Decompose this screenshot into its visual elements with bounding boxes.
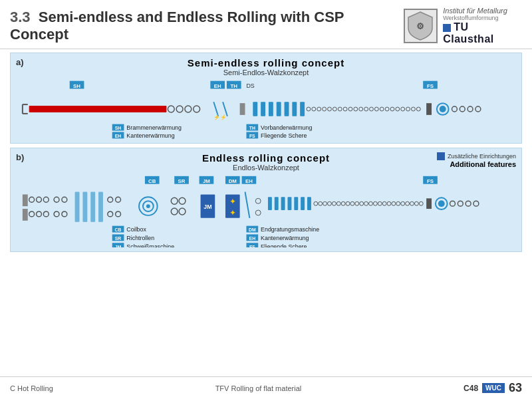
svg-line-114 bbox=[245, 192, 250, 217]
panel-a-diagram: SH EH TH DS FS bbox=[17, 79, 515, 139]
svg-point-32 bbox=[323, 107, 327, 111]
c48-label: C48 bbox=[464, 384, 478, 393]
svg-text:TH: TH bbox=[249, 126, 255, 130]
svg-point-39 bbox=[359, 107, 363, 111]
svg-point-29 bbox=[307, 107, 311, 111]
svg-point-44 bbox=[385, 107, 389, 111]
logo-area: ⚙ Institut für Metallurg Werkstoffumform… bbox=[404, 7, 522, 45]
svg-text:DM: DM bbox=[229, 178, 237, 184]
footer-left: C Hot Rolling bbox=[10, 384, 53, 392]
svg-rect-121 bbox=[294, 197, 298, 210]
svg-point-90 bbox=[54, 197, 59, 202]
svg-point-36 bbox=[343, 107, 347, 111]
svg-point-142 bbox=[396, 201, 400, 205]
svg-text:JM: JM bbox=[203, 178, 210, 184]
svg-text:⚙: ⚙ bbox=[416, 21, 424, 31]
svg-rect-13 bbox=[29, 106, 167, 112]
footer: C Hot Rolling TFV Rolling of flat materi… bbox=[0, 376, 532, 399]
panel-a-title-de: Semi-Endlos-Walzkonzept bbox=[17, 68, 515, 76]
svg-point-30 bbox=[312, 107, 316, 111]
svg-point-41 bbox=[370, 107, 374, 111]
svg-point-101 bbox=[116, 211, 121, 217]
svg-rect-26 bbox=[285, 102, 289, 116]
svg-rect-22 bbox=[253, 102, 257, 116]
svg-point-151 bbox=[450, 201, 456, 206]
svg-point-132 bbox=[350, 201, 354, 205]
svg-point-37 bbox=[348, 107, 352, 111]
svg-point-99 bbox=[116, 197, 121, 202]
svg-point-100 bbox=[108, 211, 113, 217]
svg-text:EH: EH bbox=[214, 83, 221, 89]
page-number: 63 bbox=[509, 381, 522, 395]
svg-point-57 bbox=[475, 106, 481, 112]
svg-point-92 bbox=[54, 211, 59, 217]
svg-point-133 bbox=[355, 201, 359, 205]
svg-text:FS: FS bbox=[427, 178, 434, 184]
svg-point-115 bbox=[255, 198, 261, 203]
svg-point-140 bbox=[387, 201, 391, 205]
svg-point-128 bbox=[332, 201, 336, 205]
logo-box: ⚙ Institut für Metallurg Werkstoffumform… bbox=[404, 7, 522, 45]
institute-name: Institut für Metallurg bbox=[443, 7, 522, 15]
footer-right: C48 WUC 63 bbox=[464, 381, 522, 395]
svg-point-136 bbox=[369, 201, 373, 205]
svg-rect-117 bbox=[268, 197, 272, 210]
svg-point-33 bbox=[328, 107, 332, 111]
svg-point-116 bbox=[255, 210, 261, 215]
svg-point-50 bbox=[416, 107, 420, 111]
svg-rect-122 bbox=[301, 197, 305, 210]
svg-rect-96 bbox=[90, 192, 95, 221]
svg-point-46 bbox=[396, 107, 400, 111]
svg-point-88 bbox=[37, 211, 42, 217]
svg-point-134 bbox=[360, 201, 364, 205]
svg-rect-51 bbox=[426, 103, 432, 115]
additional-box-icon bbox=[437, 152, 445, 160]
svg-point-49 bbox=[411, 107, 415, 111]
svg-point-144 bbox=[406, 201, 410, 205]
svg-text:✦: ✦ bbox=[229, 197, 236, 206]
svg-point-150 bbox=[438, 200, 445, 207]
svg-rect-119 bbox=[281, 197, 285, 210]
svg-point-137 bbox=[373, 201, 377, 205]
page-title: 3.3 Semi-endless and Endless Rolling wit… bbox=[10, 9, 404, 44]
svg-text:JM: JM bbox=[203, 203, 211, 210]
svg-point-38 bbox=[354, 107, 358, 111]
svg-point-54 bbox=[452, 106, 458, 112]
shield-icon: ⚙ bbox=[404, 9, 438, 43]
panel-b-label: b) bbox=[16, 152, 24, 162]
svg-point-87 bbox=[29, 211, 35, 217]
svg-text:SH: SH bbox=[115, 126, 122, 130]
svg-text:Kantenerwärmung: Kantenerwärmung bbox=[261, 235, 309, 241]
svg-rect-118 bbox=[275, 197, 279, 210]
svg-rect-95 bbox=[82, 192, 87, 221]
panel-b: b) Zusätzliche Einrichtungen Additional … bbox=[10, 148, 522, 252]
svg-text:CB: CB bbox=[115, 227, 122, 232]
svg-point-104 bbox=[146, 204, 150, 208]
svg-text:Fliegende Schere: Fliegende Schere bbox=[261, 243, 307, 247]
svg-point-31 bbox=[317, 107, 321, 111]
svg-text:FS: FS bbox=[249, 245, 255, 247]
svg-point-126 bbox=[323, 201, 327, 205]
svg-point-84 bbox=[29, 197, 35, 202]
svg-text:Richtrollen: Richtrollen bbox=[126, 235, 154, 241]
svg-rect-27 bbox=[292, 102, 297, 116]
svg-text:FS: FS bbox=[427, 83, 434, 89]
svg-rect-24 bbox=[269, 102, 273, 116]
svg-rect-94 bbox=[75, 192, 80, 221]
svg-point-53 bbox=[440, 106, 446, 112]
panel-a-title-en: Semi-endless rolling concept bbox=[17, 57, 515, 68]
svg-point-56 bbox=[467, 106, 473, 112]
main-content: a) Semi-endless rolling concept Semi-End… bbox=[0, 49, 532, 259]
svg-point-141 bbox=[392, 201, 396, 205]
svg-rect-23 bbox=[261, 102, 265, 116]
svg-text:Vorbanderwärmung: Vorbanderwärmung bbox=[261, 124, 312, 131]
panel-b-diagram: CB SR JM DM EH FS bbox=[17, 174, 515, 247]
svg-text:Coilbox: Coilbox bbox=[126, 226, 146, 233]
svg-text:Schweißmaschine: Schweißmaschine bbox=[126, 243, 174, 247]
svg-point-135 bbox=[364, 201, 368, 205]
svg-point-130 bbox=[341, 201, 345, 205]
panel-a-label: a) bbox=[16, 57, 24, 67]
svg-text:EH: EH bbox=[245, 178, 253, 184]
svg-rect-120 bbox=[287, 197, 291, 210]
svg-point-106 bbox=[179, 198, 186, 204]
